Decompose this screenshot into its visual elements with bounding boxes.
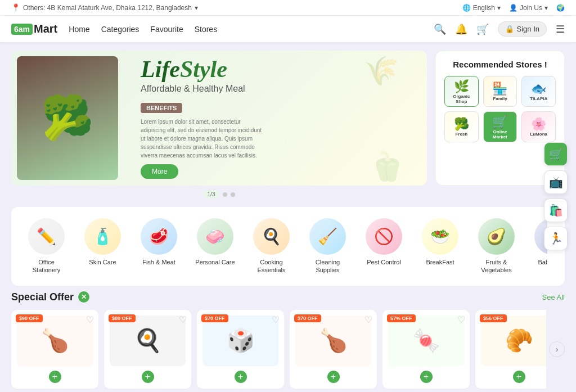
hero-banner: WWW.YOURWEBSITE.COM 🥦 LifeStyle 🌾 Afford (11, 51, 427, 186)
location-text: Others: 4B Kemal Ataturk Ave, Dhaka 1212… (23, 4, 192, 12)
categories-scroll: ✏️ OfficeStationery 🧴 Skin Care 🥩 Fish &… (20, 215, 547, 277)
store-organic-shop[interactable]: 🌿 Organic Shop (444, 76, 479, 107)
products-row: $90 OFF ♡ 🍗 + $80 OFF ♡ 🍳 + $70 OFF ♡ 🎲 … (11, 310, 546, 389)
topbar-right: 🌐 English ▾ 👤 Join Us ▾ 🌍 (462, 4, 565, 12)
float-cart-button[interactable]: 🛒 (544, 142, 568, 166)
category-skin-care[interactable]: 🧴 Skin Care (76, 215, 129, 277)
location-arrow-icon[interactable]: ▾ (195, 4, 198, 12)
logo-text: Mart (34, 22, 57, 35)
category-fruits-label: Fruits &Vegetables (481, 258, 511, 274)
special-offer-info-icon[interactable]: ✕ (78, 291, 89, 303)
product-card-2[interactable]: $80 OFF ♡ 🍳 + (104, 310, 191, 389)
category-office-stationery[interactable]: ✏️ OfficeStationery (20, 215, 73, 277)
category-fish-meat[interactable]: 🥩 Fish & Meat (132, 215, 186, 277)
product-2-discount-badge: $80 OFF (109, 314, 136, 322)
hamburger-menu-icon[interactable]: ☰ (556, 23, 565, 35)
float-bag-button[interactable]: 🛍️ (544, 199, 568, 222)
product-1-add-button[interactable]: + (49, 371, 61, 383)
special-offer-title: Special Offer (11, 291, 74, 303)
category-cooking-img: 🍳 (253, 218, 290, 255)
store-online-icon: 🛒 (487, 115, 514, 129)
slide-dot-2[interactable] (223, 192, 227, 197)
slide-dot-3[interactable] (231, 192, 235, 197)
product-card-3[interactable]: $70 OFF ♡ 🎲 + (197, 310, 284, 389)
product-2-wishlist-icon[interactable]: ♡ (179, 314, 187, 325)
store-fresh[interactable]: 🥦 Fresh (444, 111, 479, 142)
product-card-4[interactable]: $70 OFF ♡ 🍗 + (290, 310, 377, 389)
globe-button[interactable]: 🌍 (556, 4, 565, 12)
globe-icon: 🌍 (556, 4, 565, 12)
product-6-image: 🥐 (481, 316, 546, 366)
store-tilapia-label: TILAPIA (530, 96, 547, 101)
language-selector[interactable]: 🌐 English ▾ (462, 4, 501, 12)
float-tv-button[interactable]: 📺 (544, 170, 568, 194)
lock-icon: 🔒 (505, 25, 514, 33)
product-4-add-button[interactable]: + (327, 371, 340, 383)
notification-bell-icon[interactable]: 🔔 (455, 23, 467, 35)
category-cooking-label: CookingEssentials (257, 258, 285, 274)
topbar-left: 📍 Others: 4B Kemal Ataturk Ave, Dhaka 12… (11, 3, 198, 12)
products-next-arrow-icon[interactable]: › (549, 341, 565, 357)
language-arrow-icon: ▾ (497, 4, 501, 12)
product-card-5[interactable]: 57% OFF ♡ 🍬 + (382, 310, 470, 389)
category-fruits-img: 🥑 (478, 218, 515, 255)
sign-in-button[interactable]: 🔒 Sign In (498, 21, 547, 37)
product-1-wishlist-icon[interactable]: ♡ (86, 314, 94, 325)
benefits-badge: BENEFITS (141, 103, 182, 113)
gourd-decoration-icon: 🫑 (370, 150, 404, 183)
banner-area: WWW.YOURWEBSITE.COM 🥦 LifeStyle 🌾 Afford (11, 51, 427, 199)
nav-home[interactable]: Home (69, 25, 89, 34)
product-card-1[interactable]: $90 OFF ♡ 🍗 + (11, 310, 98, 389)
search-icon[interactable]: 🔍 (434, 23, 446, 35)
cart-icon[interactable]: 🛒 (476, 23, 489, 35)
category-breakfast[interactable]: 🥗 BreakFast (413, 215, 467, 277)
product-2-add-button[interactable]: + (142, 371, 154, 383)
see-all-link[interactable]: See All (542, 293, 565, 301)
more-button[interactable]: More (141, 164, 178, 179)
banner-description: Lorem ipsum dolor sit amet, consectetur … (141, 118, 264, 160)
product-4-discount-badge: $70 OFF (294, 314, 321, 322)
product-5-image: 🍬 (388, 316, 464, 366)
logo[interactable]: 6am Mart (11, 22, 57, 35)
product-4-wishlist-icon[interactable]: ♡ (364, 314, 372, 325)
category-baby-label: Baby Care (538, 258, 548, 266)
float-person-button[interactable]: 🏃 (544, 227, 568, 250)
category-cooking-essentials[interactable]: 🍳 CookingEssentials (245, 215, 298, 277)
nav-categories[interactable]: Categories (101, 25, 140, 34)
store-online-market[interactable]: 🛒 Online Market (483, 111, 518, 142)
category-skin-care-label: Skin Care (89, 258, 116, 266)
category-cleaning-supplies[interactable]: 🧹 CleaningSupplies (301, 215, 354, 277)
product-2-image: 🍳 (110, 316, 186, 366)
store-lumona[interactable]: 🌸 LuMona (521, 111, 556, 142)
product-3-wishlist-icon[interactable]: ♡ (272, 314, 280, 325)
main-content: WWW.YOURWEBSITE.COM 🥦 LifeStyle 🌾 Afford (0, 42, 576, 207)
product-3-add-button[interactable]: + (235, 371, 247, 383)
store-tilapia-icon: 🐟 (530, 82, 547, 96)
language-icon: 🌐 (462, 4, 471, 12)
product-card-6[interactable]: $56 OFF ♡ 🥐 + (475, 310, 546, 389)
product-5-wishlist-icon[interactable]: ♡ (457, 314, 465, 325)
store-family-label: Family (492, 96, 507, 101)
logo-box: 6am (11, 24, 33, 35)
sign-in-label: Sign In (517, 25, 539, 33)
product-1-image: 🍗 (17, 316, 93, 366)
category-fruits-vegetables[interactable]: 🥑 Fruits &Vegetables (470, 215, 523, 277)
join-us-button[interactable]: 👤 Join Us ▾ (509, 4, 548, 12)
user-icon: 👤 (509, 4, 518, 12)
slide-indicator: 1/3 (203, 190, 220, 199)
category-personal-care-label: Personal Care (195, 258, 235, 266)
category-pest-control[interactable]: 🚫 Pest Control (357, 215, 411, 277)
nav-favourite[interactable]: Favourite (150, 25, 183, 34)
product-6-add-button[interactable]: + (513, 371, 525, 383)
category-pest-control-img: 🚫 (366, 218, 402, 255)
category-personal-care-img: 🧼 (197, 218, 233, 255)
product-5-add-button[interactable]: + (420, 371, 433, 383)
category-pest-control-label: Pest Control (367, 258, 401, 266)
category-fish-meat-img: 🥩 (141, 218, 177, 255)
store-family[interactable]: 🏪 Family (483, 76, 518, 107)
nav-stores[interactable]: Stores (195, 25, 217, 34)
main-nav: Home Categories Favourite Stores (69, 25, 217, 34)
store-tilapia[interactable]: 🐟 TILAPIA (521, 76, 556, 107)
special-offer-title-group: Special Offer ✕ (11, 291, 89, 303)
category-personal-care[interactable]: 🧼 Personal Care (188, 215, 242, 277)
